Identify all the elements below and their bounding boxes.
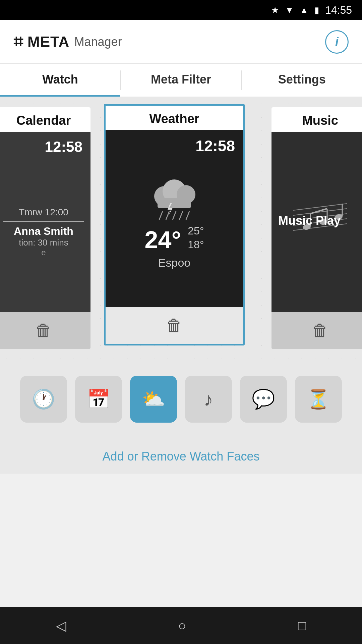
- calendar-delete-zone[interactable]: 🗑: [0, 312, 90, 349]
- music-screen: Music Play: [272, 132, 362, 312]
- add-remove-label[interactable]: Add or Remove Watch Faces: [0, 433, 362, 474]
- cal-event: Tmrw 12:00: [19, 207, 68, 218]
- trash-icon-calendar: 🗑: [35, 321, 52, 340]
- signal-icon: ▲: [300, 5, 308, 15]
- logo: ⌗ META Manager: [13, 32, 122, 52]
- watch-card-calendar[interactable]: Calendar 12:58 Tmrw 12:00 Anna Smith tio…: [0, 107, 90, 349]
- face-btn-clock[interactable]: 🕐: [20, 376, 67, 423]
- watch-faces-area: Calendar 12:58 Tmrw 12:00 Anna Smith tio…: [0, 97, 362, 359]
- svg-line-9: [186, 211, 189, 220]
- face-btn-message[interactable]: 💬: [240, 376, 287, 423]
- wx-main-temp: 24°: [144, 226, 181, 254]
- info-button[interactable]: i: [325, 30, 349, 54]
- app-name: META: [27, 34, 69, 50]
- cal-divider: [3, 221, 84, 222]
- face-btn-music[interactable]: ♪: [185, 376, 232, 423]
- trash-icon-weather: 🗑: [166, 316, 183, 335]
- nav-back-button[interactable]: ◁: [56, 618, 66, 633]
- face-btn-timer[interactable]: ⏳: [295, 376, 342, 423]
- wx-city: Espoo: [158, 256, 190, 269]
- wx-time: 12:58: [195, 137, 235, 155]
- card-title-music: Music: [272, 107, 362, 132]
- svg-rect-3: [158, 198, 191, 208]
- svg-line-6: [166, 211, 169, 220]
- calendar-screen: 12:58 Tmrw 12:00 Anna Smith tion: 30 min…: [0, 132, 90, 312]
- trash-icon-music: 🗑: [312, 321, 328, 340]
- tabs-bar: Watch Meta Filter Settings: [0, 64, 362, 97]
- wx-side-temps: 25° 18°: [188, 225, 204, 254]
- tab-settings[interactable]: Settings: [242, 64, 362, 97]
- face-buttons-area: 🕐 📅 ⛅ ♪ 💬 ⏳: [0, 359, 362, 433]
- app-sub: Manager: [74, 35, 122, 49]
- watch-card-music[interactable]: Music Music Play: [272, 107, 362, 349]
- face-btn-weather[interactable]: ⛅: [130, 376, 177, 423]
- weather-icon: [141, 178, 208, 221]
- tab-watch[interactable]: Watch: [0, 64, 120, 97]
- music-delete-zone[interactable]: 🗑: [272, 312, 362, 349]
- wifi-icon: ▼: [285, 5, 294, 15]
- card-title-weather: Weather: [106, 106, 243, 130]
- nav-home-button[interactable]: ○: [178, 618, 186, 633]
- tab-meta-filter[interactable]: Meta Filter: [121, 64, 241, 97]
- cal-duration: tion: 30 mins: [19, 237, 68, 248]
- status-icons: ★ ▼ ▲ ▮ 14:55: [271, 4, 352, 16]
- card-title-calendar: Calendar: [0, 107, 90, 132]
- wx-low-temp: 18°: [188, 238, 204, 251]
- header: ⌗ META Manager i: [0, 20, 362, 64]
- bottom-nav: ◁ ○ □: [0, 607, 362, 644]
- bluetooth-icon: ★: [271, 5, 279, 15]
- logo-icon: ⌗: [13, 32, 23, 52]
- svg-line-5: [159, 211, 163, 220]
- wx-temps: 24° 25° 18°: [144, 225, 204, 254]
- battery-icon: ▮: [314, 5, 319, 15]
- cal-time: 12:58: [45, 139, 82, 155]
- face-btn-calendar[interactable]: 📅: [75, 376, 122, 423]
- wx-high-temp: 25°: [188, 225, 204, 237]
- info-icon: i: [335, 35, 339, 49]
- watch-card-weather[interactable]: Weather 12:58 24°: [104, 104, 245, 345]
- status-time: 14:55: [325, 4, 352, 16]
- status-bar: ★ ▼ ▲ ▮ 14:55: [0, 0, 362, 20]
- weather-delete-zone[interactable]: 🗑: [106, 307, 243, 344]
- cal-extra: e: [41, 248, 46, 257]
- music-label: Music Play: [278, 213, 341, 227]
- weather-screen: 12:58 24° 25° 18°: [106, 130, 243, 307]
- cal-name: Anna Smith: [14, 225, 73, 237]
- nav-recent-button[interactable]: □: [298, 618, 306, 633]
- svg-line-7: [173, 211, 176, 220]
- svg-line-8: [179, 211, 183, 220]
